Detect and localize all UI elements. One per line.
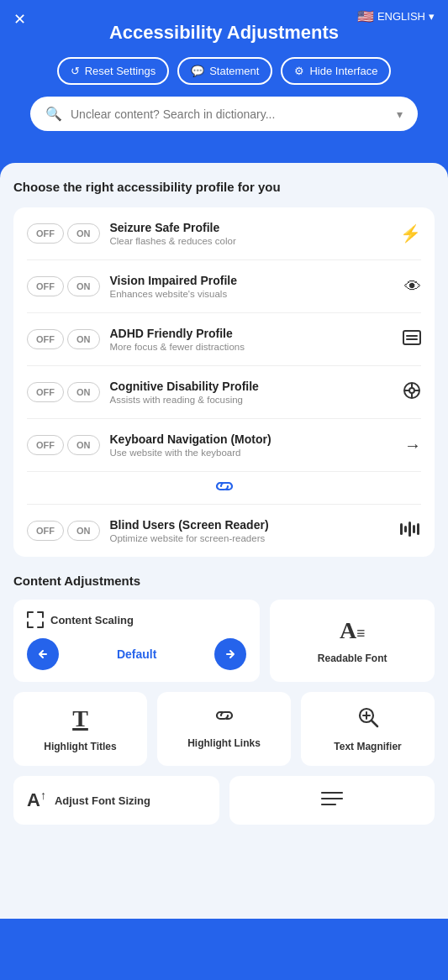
highlight-titles-title: Highlight Titles	[44, 741, 116, 752]
seizure-profile-name: Seizure Safe Profile	[110, 221, 391, 234]
adhd-profile-name: ADHD Friendly Profile	[110, 327, 393, 340]
main-content: Choose the right accessibility profile f…	[0, 163, 448, 919]
svg-rect-12	[413, 525, 415, 533]
scaling-controls: Default	[27, 638, 246, 670]
adjust-font-card[interactable]: A↑ Adjust Font Sizing	[13, 776, 219, 825]
seizure-profile-desc: Clear flashes & reduces color	[110, 236, 391, 246]
svg-rect-10	[404, 526, 407, 532]
keyboard-profile-desc: Use website with the keyboard	[110, 448, 395, 458]
flag-icon: 🇺🇸	[357, 8, 374, 24]
adhd-off-button[interactable]: OFF	[27, 329, 64, 349]
statement-label: Statement	[209, 65, 259, 77]
list-item: OFF ON Blind Users (Screen Reader) Optim…	[27, 505, 421, 557]
svg-rect-2	[406, 338, 418, 340]
reset-icon: ↺	[71, 65, 80, 77]
highlight-links-card[interactable]: Highlight Links	[157, 692, 291, 766]
close-button[interactable]: ✕	[13, 12, 26, 27]
cognitive-on-button[interactable]: ON	[67, 382, 100, 402]
scale-value: Default	[117, 647, 156, 661]
vision-toggle-group: OFF ON	[27, 276, 100, 296]
language-button[interactable]: 🇺🇸 ENGLISH ▾	[357, 8, 435, 24]
adhd-profile-desc: More focus & fewer distractions	[110, 342, 393, 352]
list-item: OFF ON Cognitive Disability Profile Assi…	[27, 366, 421, 419]
screen-reader-icon	[399, 520, 421, 542]
seizure-profile-info: Seizure Safe Profile Clear flashes & red…	[110, 221, 391, 246]
list-item: OFF ON ADHD Friendly Profile More focus …	[27, 313, 421, 366]
vision-off-button[interactable]: OFF	[27, 276, 64, 296]
search-chevron-icon: ▾	[397, 107, 403, 121]
cognitive-off-button[interactable]: OFF	[27, 382, 64, 402]
hide-label: Hide Interface	[309, 65, 377, 77]
adjust-font-icon: A↑	[27, 789, 46, 811]
hide-icon: ⚙	[294, 65, 304, 77]
scaling-icon	[27, 611, 44, 628]
cognitive-profile-name: Cognitive Disability Profile	[110, 380, 393, 393]
blind-toggle-group: OFF ON	[27, 521, 100, 541]
statement-icon: 💬	[191, 65, 204, 77]
svg-rect-1	[406, 335, 418, 337]
scale-down-button[interactable]	[27, 638, 59, 670]
text-align-card[interactable]	[229, 776, 435, 825]
chain-link-icon	[212, 477, 237, 495]
lang-label: ENGLISH	[377, 10, 425, 23]
seizure-toggle-group: OFF ON	[27, 223, 100, 244]
readable-font-icon: A≡	[340, 617, 366, 644]
blind-off-button[interactable]: OFF	[27, 521, 64, 541]
keyboard-on-button[interactable]: ON	[67, 435, 100, 455]
vision-profile-desc: Enhances website's visuals	[110, 289, 395, 299]
seizure-off-button[interactable]: OFF	[27, 223, 64, 244]
svg-point-4	[409, 388, 414, 393]
svg-rect-0	[403, 331, 420, 344]
list-item: OFF ON Keyboard Navigation (Motor) Use w…	[27, 419, 421, 471]
keyboard-profile-name: Keyboard Navigation (Motor)	[110, 432, 395, 446]
vision-icon: 👁	[404, 277, 421, 296]
keyboard-toggle-group: OFF ON	[27, 435, 100, 455]
lang-chevron-icon: ▾	[429, 10, 435, 23]
cognitive-toggle-group: OFF ON	[27, 382, 100, 402]
cognitive-icon	[403, 381, 421, 404]
highlight-links-icon	[213, 705, 236, 729]
profiles-card: OFF ON Seizure Safe Profile Clear flashe…	[13, 207, 435, 557]
keyboard-profile-info: Keyboard Navigation (Motor) Use website …	[110, 432, 395, 458]
keyboard-icon: →	[404, 436, 421, 455]
content-tools-grid: T Highlight Titles Highlight Links	[13, 692, 435, 766]
statement-button[interactable]: 💬 Statement	[177, 57, 272, 85]
content-scaling-card: Content Scaling Default	[13, 600, 260, 682]
search-icon: 🔍	[45, 106, 62, 122]
adhd-profile-info: ADHD Friendly Profile More focus & fewer…	[110, 327, 393, 352]
scaling-title: Content Scaling	[50, 614, 134, 626]
hide-interface-button[interactable]: ⚙ Hide Interface	[281, 57, 391, 85]
vision-profile-name: Vision Impaired Profile	[110, 274, 395, 287]
content-adjustments-section: Content Adjustments Content Scaling Defa…	[13, 574, 435, 825]
reset-settings-button[interactable]: ↺ Reset Settings	[57, 57, 170, 85]
header-buttons: ↺ Reset Settings 💬 Statement ⚙ Hide Inte…	[17, 57, 431, 85]
blind-profile-info: Blind Users (Screen Reader) Optimize web…	[110, 518, 390, 543]
adhd-on-button[interactable]: ON	[67, 329, 100, 349]
search-bar: 🔍 ▾	[30, 97, 418, 131]
blind-on-button[interactable]: ON	[67, 521, 100, 541]
text-magnifier-card[interactable]: Text Magnifier	[301, 692, 435, 766]
highlight-links-title: Highlight Links	[187, 737, 261, 749]
list-item: OFF ON Vision Impaired Profile Enhances …	[27, 260, 421, 313]
blind-profile-desc: Optimize website for screen-readers	[110, 533, 390, 543]
blind-profile-name: Blind Users (Screen Reader)	[110, 518, 390, 532]
readable-font-title: Readable Font	[318, 652, 387, 664]
vision-profile-info: Vision Impaired Profile Enhances website…	[110, 274, 395, 299]
seizure-icon: ⚡	[400, 223, 421, 244]
cognitive-profile-info: Cognitive Disability Profile Assists wit…	[110, 380, 393, 405]
search-input[interactable]	[71, 107, 388, 121]
highlight-titles-card[interactable]: T Highlight Titles	[13, 692, 147, 766]
align-icon	[320, 789, 344, 811]
vision-on-button[interactable]: ON	[67, 276, 100, 296]
text-magnifier-title: Text Magnifier	[334, 741, 401, 752]
readable-font-card[interactable]: A≡ Readable Font	[270, 600, 435, 682]
bottom-grid: A↑ Adjust Font Sizing	[13, 776, 435, 825]
keyboard-off-button[interactable]: OFF	[27, 435, 64, 455]
highlight-titles-icon: T	[72, 705, 88, 732]
adjust-font-title: Adjust Font Sizing	[55, 794, 150, 807]
seizure-on-button[interactable]: ON	[67, 223, 100, 244]
scale-up-button[interactable]	[214, 638, 246, 670]
svg-rect-13	[417, 523, 419, 535]
list-item: OFF ON Seizure Safe Profile Clear flashe…	[27, 207, 421, 260]
svg-rect-11	[408, 521, 411, 537]
